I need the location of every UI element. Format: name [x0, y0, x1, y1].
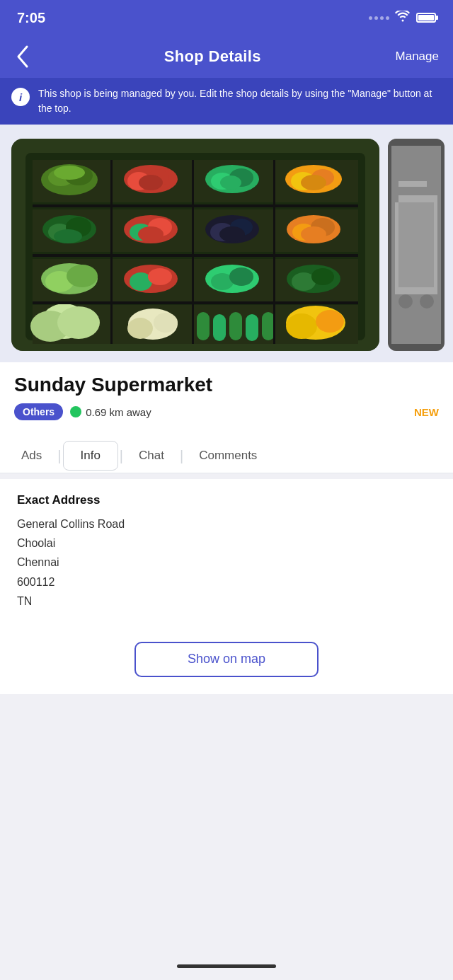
- address-line-1: General Collins Road: [17, 514, 436, 534]
- svg-point-49: [311, 268, 334, 285]
- wifi-icon: [395, 11, 411, 25]
- bottom-space: [0, 694, 453, 906]
- svg-point-75: [420, 294, 434, 309]
- svg-rect-68: [192, 160, 194, 344]
- info-icon: i: [11, 88, 30, 106]
- page-title: Shop Details: [164, 47, 261, 66]
- svg-point-37: [301, 226, 326, 242]
- svg-point-9: [54, 166, 85, 180]
- svg-rect-57: [213, 314, 226, 341]
- svg-point-40: [67, 265, 98, 287]
- address-title: Exact Address: [17, 493, 436, 507]
- tab-chat[interactable]: Chat: [125, 439, 178, 473]
- tab-info[interactable]: Info: [63, 441, 118, 471]
- online-indicator: [70, 406, 81, 417]
- address-line-2: Choolai: [17, 534, 436, 553]
- manage-button[interactable]: Manage: [396, 50, 439, 64]
- svg-point-52: [57, 306, 100, 339]
- tab-divider-2: |: [118, 448, 125, 464]
- tab-divider-3: |: [178, 448, 185, 464]
- status-icons: [369, 11, 436, 25]
- bottom-bar: [0, 952, 453, 980]
- back-button[interactable]: [14, 44, 30, 69]
- info-banner: i This shop is being managed by you. Edi…: [0, 78, 453, 125]
- svg-point-62: [286, 313, 317, 339]
- category-badge: Others: [14, 403, 63, 420]
- battery-icon: [416, 13, 436, 23]
- signal-icon: [369, 16, 389, 20]
- tab-comments[interactable]: Comments: [185, 439, 271, 473]
- svg-rect-56: [197, 312, 210, 340]
- svg-rect-59: [246, 314, 258, 341]
- show-on-map-button[interactable]: Show on map: [134, 642, 319, 677]
- new-badge: NEW: [414, 406, 439, 418]
- svg-point-21: [301, 175, 326, 190]
- tab-bar: Ads | Info | Chat | Comments: [0, 439, 453, 473]
- svg-point-25: [54, 229, 82, 243]
- address-line-5: TN: [17, 592, 436, 611]
- home-indicator: [177, 964, 276, 968]
- svg-rect-66: [33, 301, 358, 304]
- svg-point-17: [220, 175, 241, 190]
- svg-rect-60: [262, 312, 275, 340]
- svg-point-54: [127, 318, 153, 339]
- svg-rect-64: [33, 204, 358, 207]
- svg-rect-73: [398, 202, 434, 287]
- svg-rect-65: [33, 254, 358, 257]
- svg-rect-67: [110, 160, 113, 344]
- shop-name: Sunday Supermarket: [14, 374, 439, 396]
- address-content: General Collins Road Choolai Chennai 600…: [17, 514, 436, 611]
- address-line-4: 600112: [17, 572, 436, 592]
- svg-point-13: [139, 175, 163, 190]
- svg-point-29: [138, 226, 164, 242]
- shop-info-section: Sunday Supermarket Others 0.69 km away N…: [0, 362, 453, 439]
- svg-point-74: [398, 294, 413, 309]
- address-line-3: Chennai: [17, 553, 436, 572]
- address-section: Exact Address General Collins Road Chool…: [0, 479, 453, 625]
- svg-point-33: [219, 226, 245, 242]
- info-banner-text: This shop is being managed by you. Edit …: [38, 86, 442, 116]
- svg-rect-69: [273, 160, 275, 344]
- svg-point-43: [148, 268, 172, 285]
- tab-ads[interactable]: Ads: [7, 439, 56, 473]
- distance-text: 0.69 km away: [86, 406, 151, 418]
- distance-info: 0.69 km away: [70, 406, 151, 418]
- header: Shop Details Manage: [0, 35, 453, 78]
- map-button-container: Show on map: [0, 625, 453, 694]
- side-shop-image[interactable]: [388, 139, 445, 351]
- svg-point-46: [229, 267, 253, 286]
- tab-divider-1: |: [56, 448, 62, 464]
- status-bar: 7:05: [0, 0, 453, 35]
- svg-point-63: [316, 310, 344, 333]
- svg-rect-58: [229, 312, 242, 340]
- svg-point-55: [154, 313, 178, 333]
- status-time: 7:05: [17, 10, 45, 26]
- svg-rect-76: [395, 181, 398, 202]
- image-gallery: [0, 125, 453, 362]
- shop-meta: Others 0.69 km away NEW: [14, 403, 439, 420]
- main-shop-image[interactable]: [11, 139, 379, 351]
- svg-rect-77: [398, 181, 427, 187]
